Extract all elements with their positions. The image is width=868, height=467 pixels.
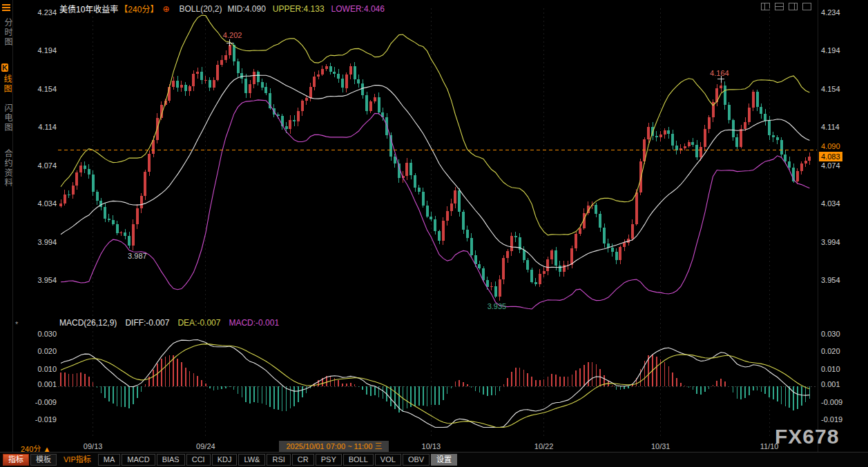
tab-settings[interactable]: 设置 (431, 454, 457, 466)
chart-plot-area[interactable] (0, 0, 868, 467)
price-axis-label-right: 4.074 (821, 161, 840, 170)
price-line-badge: 4.090 (819, 141, 842, 151)
macd-label: MACD(26,12,9) (59, 318, 117, 328)
tab-vip-indicators[interactable]: VIP指标 (58, 454, 97, 466)
tab-macd[interactable]: MACD (122, 454, 155, 466)
x-axis-date-label: 11/10 (750, 442, 789, 451)
tab-psy[interactable]: PSY (316, 454, 342, 466)
price-axis-label-right: 4.234 (821, 8, 840, 17)
macd-axis-label-right: 0.020 (821, 347, 840, 356)
price-axis-label-right: 4.154 (821, 85, 840, 94)
chart-window: 分时图 K 线图 闪电图 合约资料 美债10年收益率 【240分】 ⊕ BOLL… (0, 0, 868, 467)
price-axis-label-right: 3.994 (821, 238, 840, 247)
macd-axis-label-right: 0.010 (821, 365, 840, 374)
macd-axis-label-left: 0.020 (28, 347, 57, 356)
price-axis-label-left: 4.034 (28, 199, 57, 208)
macd-axis-label-right: 0.030 (821, 330, 840, 339)
price-axis-label-left: 4.114 (28, 123, 57, 132)
last-price-badge: 4.083 (819, 152, 842, 161)
indicator-icon[interactable]: * (15, 320, 18, 329)
tab-boll[interactable]: BOLL (343, 454, 374, 466)
tab-ma[interactable]: MA (98, 454, 121, 466)
price-annotation: 4.164 (710, 69, 729, 78)
tab-vol[interactable]: VOL (375, 454, 401, 466)
macd-diff-readout: DIFF:-0.007 (125, 318, 169, 328)
macd-dea-readout: DEA:-0.007 (177, 318, 220, 328)
macd-header: MACD(26,12,9) DIFF:-0.007 DEA:-0.007 MAC… (59, 318, 279, 328)
price-annotation: 3.935 (488, 302, 507, 311)
price-annotation: 3.987 (128, 252, 147, 261)
macd-axis-label-left: 0.010 (28, 365, 57, 374)
footer-toolbar: 指标 模板 VIP指标 MAMACDBIASCCIKDJLW&RSICRPSYB… (0, 452, 868, 467)
tab-lw[interactable]: LW& (238, 454, 265, 466)
tab-template[interactable]: 模板 (30, 454, 57, 466)
crosshair-period-box: 2025/10/01 07:00 ~ 11:00 三 (279, 441, 389, 452)
tab-kdj[interactable]: KDJ (212, 454, 238, 466)
price-axis-label-left: 4.074 (28, 161, 57, 170)
tab-cr[interactable]: CR (292, 454, 314, 466)
price-axis-label-left: 4.154 (28, 85, 57, 94)
macd-axis-label-left: -0.019 (28, 415, 57, 424)
x-axis-date-label: 10/13 (412, 442, 450, 451)
x-axis-date-label: 10/22 (525, 442, 563, 451)
tab-obv[interactable]: OBV (403, 454, 430, 466)
price-axis-label-right: 3.954 (821, 276, 840, 285)
price-axis-label-right: 4.034 (821, 199, 840, 208)
macd-axis-label-right: -0.009 (821, 398, 842, 407)
indicator-tab-strip: MAMACDBIASCCIKDJLW&RSICRPSYBOLLVOLOBV (97, 454, 430, 466)
x-axis-date-label: 09/24 (186, 442, 225, 451)
tab-bias[interactable]: BIAS (157, 454, 185, 466)
macd-axis-label-left: -0.009 (28, 398, 57, 407)
price-annotation: 4.202 (223, 31, 242, 40)
price-axis-label-left: 3.994 (28, 238, 57, 247)
price-axis-label-right: 4.114 (821, 123, 840, 132)
price-axis-label-left: 4.234 (28, 8, 57, 17)
macd-axis-label-left: 0.001 (28, 380, 57, 389)
price-axis-label-right: 4.194 (821, 46, 840, 55)
macd-axis-label-right: 0.001 (821, 380, 840, 389)
tab-indicators[interactable]: 指标 (3, 454, 29, 466)
price-axis-label-left: 3.954 (28, 276, 57, 285)
macd-axis-label-right: -0.019 (821, 415, 842, 424)
tab-rsi[interactable]: RSI (267, 454, 290, 466)
x-axis-date-label: 10/31 (642, 442, 680, 451)
tab-cci[interactable]: CCI (186, 454, 211, 466)
x-axis-date-label: 09/13 (74, 442, 113, 451)
macd-axis-label-left: 0.030 (28, 330, 57, 339)
macd-value-readout: MACD:-0.001 (229, 318, 279, 328)
price-axis-label-left: 4.194 (28, 46, 57, 55)
